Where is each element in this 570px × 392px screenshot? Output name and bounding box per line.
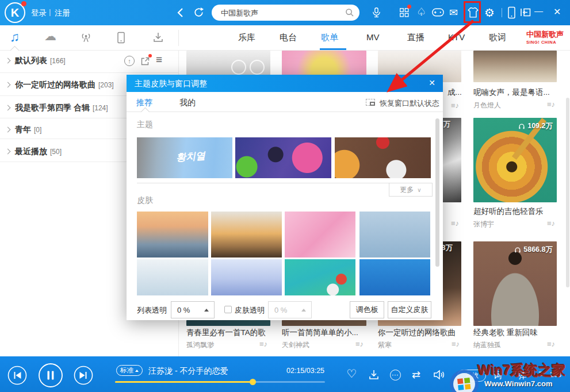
- playlist-title[interactable]: 呢喃女声，最是粤语...: [473, 87, 557, 98]
- search-icon[interactable]: [345, 8, 354, 17]
- playlist-artist[interactable]: 天剑神武: [282, 340, 309, 350]
- more-themes-button[interactable]: 更多 ∨: [389, 183, 433, 197]
- palette-button[interactable]: 调色板: [350, 301, 384, 318]
- mini-mode-icon[interactable]: [520, 7, 531, 17]
- playlist-artist[interactable]: 孤鸿飘渺: [186, 340, 214, 350]
- custom-skin-button[interactable]: 自定义皮肤: [388, 301, 431, 318]
- skin-thumb-deer-fog[interactable]: [359, 212, 430, 258]
- quality-selector[interactable]: 标准: [116, 365, 143, 376]
- dialog-close-icon[interactable]: ✕: [429, 78, 435, 87]
- playlist-title[interactable]: 超好听的吉他轻音乐: [473, 206, 557, 217]
- playlist-title-partial[interactable]: 成...: [447, 87, 462, 98]
- device-icon[interactable]: [117, 32, 125, 44]
- sound-effect-button[interactable]: 音效: [457, 370, 486, 382]
- skin-thumb-city-sunset[interactable]: [137, 212, 208, 258]
- tab-ktv[interactable]: KTV: [448, 32, 465, 42]
- search-box[interactable]: [212, 5, 359, 21]
- skin-opacity-checkbox[interactable]: [224, 306, 232, 313]
- playlist-title[interactable]: 青春里必有一首TA的歌: [186, 328, 277, 338]
- desktop-lyrics-button[interactable]: 词: [494, 370, 502, 381]
- scrollbar[interactable]: [566, 98, 569, 287]
- tab-mv[interactable]: MV: [366, 32, 380, 42]
- local-music-icon[interactable]: ♫: [10, 29, 20, 45]
- playlist-title[interactable]: 经典老歌 重新回味: [473, 328, 557, 338]
- theme-thumb-monsters[interactable]: [235, 137, 331, 178]
- refresh-icon[interactable]: [192, 6, 205, 19]
- playlist-cover[interactable]: [282, 320, 366, 326]
- login-link[interactable]: 登录: [31, 8, 47, 18]
- skin-thumb-cherry-blossom[interactable]: [285, 212, 355, 258]
- skin-thumb-whale[interactable]: [359, 259, 430, 295]
- play-order-icon[interactable]: ⇄: [412, 368, 420, 381]
- cloud-icon[interactable]: ☁: [44, 29, 56, 43]
- next-track-button[interactable]: [74, 366, 93, 385]
- skin-thumb-cartoon-island[interactable]: [285, 259, 355, 295]
- playlist-cover[interactable]: [186, 320, 270, 326]
- add-to-queue-icon[interactable]: ≡♪: [355, 340, 364, 348]
- theme-thumb-hwang[interactable]: 황치열: [137, 137, 232, 178]
- settings-gear-icon[interactable]: ⚙: [484, 6, 495, 20]
- stepper-up-icon[interactable]: [204, 309, 209, 312]
- list-opacity-stepper[interactable]: 0 %: [171, 301, 215, 318]
- mail-icon[interactable]: ✉: [449, 6, 458, 19]
- minimize-icon[interactable]: —: [534, 6, 543, 16]
- restore-window-icon[interactable]: [366, 99, 375, 106]
- game-icon[interactable]: [432, 8, 444, 17]
- playlist-artist[interactable]: 紫寒: [378, 340, 392, 350]
- playlist-artist[interactable]: 月色燈人: [473, 101, 501, 110]
- download-manager-icon[interactable]: [152, 32, 164, 43]
- playlist-cover[interactable]: 5866.8万: [473, 241, 557, 326]
- dialog-tab-mine[interactable]: 我的: [179, 98, 196, 108]
- add-to-queue-icon[interactable]: ≡♪: [547, 340, 555, 348]
- skin-thumb-tree-sunrise[interactable]: [211, 212, 282, 258]
- add-to-queue-icon[interactable]: ≡♪: [451, 219, 459, 228]
- add-to-queue-icon[interactable]: ≡♪: [259, 340, 267, 348]
- add-to-queue-icon[interactable]: ≡♪: [547, 219, 555, 228]
- playlist-queue-icon[interactable]: ≡: [538, 368, 544, 380]
- tab-library[interactable]: 乐库: [238, 32, 255, 43]
- progress-knob[interactable]: [250, 379, 256, 385]
- sing-china-logo[interactable]: 中国新歌声 SING! CHINA: [526, 29, 568, 45]
- now-playing-title[interactable]: 汪苏泷 - 不分手的恋爱: [148, 366, 228, 376]
- playlist-artist[interactable]: 纳蓝独孤: [473, 340, 501, 350]
- download-song-icon[interactable]: [368, 369, 380, 381]
- tab-live[interactable]: 直播: [407, 32, 424, 43]
- list-opacity-value: 0 %: [177, 306, 190, 314]
- skin-thumb-misty-mountains[interactable]: [137, 259, 208, 295]
- tab-playlist[interactable]: 歌单: [321, 32, 338, 43]
- skin-thumb-blue-mountains[interactable]: [211, 259, 282, 295]
- theme-thumb-cats[interactable]: [335, 137, 431, 178]
- list-menu-icon[interactable]: ≡: [156, 53, 162, 66]
- add-to-queue-icon[interactable]: ≡♪: [452, 340, 460, 348]
- tab-lyrics[interactable]: 歌词: [489, 32, 506, 43]
- playlist-title[interactable]: 你一定听过的网络歌曲: [378, 328, 461, 338]
- apps-grid-icon[interactable]: [399, 7, 410, 18]
- dialog-scrollbar[interactable]: [435, 118, 439, 267]
- restore-window-label[interactable]: 恢复窗口默认状态: [380, 98, 439, 109]
- more-options-icon[interactable]: ···: [390, 370, 401, 381]
- music-recognition-icon[interactable]: [370, 6, 382, 19]
- back-icon[interactable]: [176, 6, 185, 19]
- playlist-artist[interactable]: 张博宇: [473, 220, 494, 229]
- add-to-queue-icon[interactable]: ≡♪: [547, 100, 555, 109]
- share-list-icon[interactable]: [140, 56, 150, 66]
- phone-icon[interactable]: [507, 6, 516, 19]
- search-input[interactable]: [220, 7, 343, 20]
- volume-icon[interactable]: [433, 369, 446, 381]
- spade-icon[interactable]: ♤: [416, 5, 426, 18]
- progress-track[interactable]: [115, 381, 325, 383]
- dialog-tab-recommend[interactable]: 推荐: [136, 98, 152, 108]
- close-icon[interactable]: ✕: [553, 6, 561, 17]
- playlist-cover[interactable]: [473, 51, 557, 82]
- add-to-queue-icon[interactable]: ≡♪: [451, 101, 459, 110]
- radio-icon[interactable]: [80, 32, 92, 44]
- register-link[interactable]: 注册: [55, 8, 70, 18]
- tab-radio[interactable]: 电台: [280, 32, 297, 43]
- pause-button[interactable]: [38, 363, 63, 388]
- playlist-title[interactable]: 听一首简简单单的小...: [282, 328, 368, 338]
- previous-track-button[interactable]: [7, 366, 27, 385]
- upload-list-icon[interactable]: ↑: [124, 56, 135, 66]
- favorite-heart-icon[interactable]: ♡: [346, 368, 357, 379]
- danmu-button[interactable]: 弹: [518, 370, 526, 381]
- playlist-cover[interactable]: 109.2万: [473, 118, 557, 202]
